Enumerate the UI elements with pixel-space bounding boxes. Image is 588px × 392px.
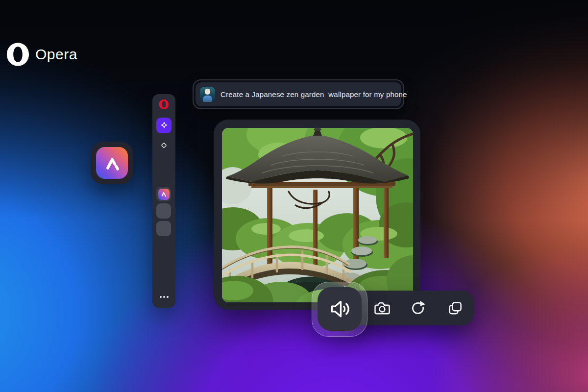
user-avatar	[200, 87, 215, 102]
play-audio-button[interactable]	[318, 287, 362, 331]
result-card	[214, 120, 420, 310]
aria-app-icon[interactable]	[91, 142, 133, 184]
sidebar-item-aria-app-active[interactable]	[156, 187, 171, 201]
prompt-text: Create a Japanese zen garden wallpaper f…	[220, 90, 407, 98]
aria-gradient-tile	[96, 147, 128, 179]
ellipsis-icon	[167, 296, 169, 298]
opera-logo-icon[interactable]	[159, 99, 169, 110]
ellipsis-icon	[163, 296, 165, 298]
copy-button[interactable]	[446, 298, 465, 318]
refresh-icon	[410, 300, 426, 316]
aria-logo-icon	[160, 191, 167, 197]
speaker-button-halo	[312, 282, 368, 337]
sidebar-more-menu[interactable]	[152, 296, 175, 298]
aria-logo-icon	[103, 154, 122, 172]
sidebar-item-shapes[interactable]	[160, 141, 168, 149]
sparkle-icon	[160, 121, 169, 130]
screenshot-button[interactable]	[372, 299, 393, 317]
browser-sidebar	[152, 94, 175, 308]
ellipsis-icon	[160, 296, 162, 298]
zen-garden-image[interactable]	[222, 128, 413, 302]
camera-icon	[374, 301, 391, 315]
opera-brand: Opera	[6, 42, 77, 67]
prompt-message: Create a Japanese zen garden wallpaper f…	[196, 82, 401, 106]
prompt-bubble: Create a Japanese zen garden wallpaper f…	[193, 79, 404, 109]
regenerate-button[interactable]	[408, 298, 428, 318]
opera-o-icon	[6, 42, 30, 67]
aria-gradient-tile	[158, 189, 170, 200]
sidebar-item-aria-ai[interactable]	[156, 118, 172, 133]
speaker-icon	[328, 297, 351, 320]
copy-icon	[448, 300, 463, 316]
brand-wordmark: Opera	[35, 46, 77, 63]
hero-canvas: Opera	[0, 0, 588, 392]
diamond-icon	[160, 141, 168, 149]
sidebar-item-placeholder-2[interactable]	[156, 221, 171, 236]
sidebar-item-placeholder-1[interactable]	[156, 203, 171, 219]
